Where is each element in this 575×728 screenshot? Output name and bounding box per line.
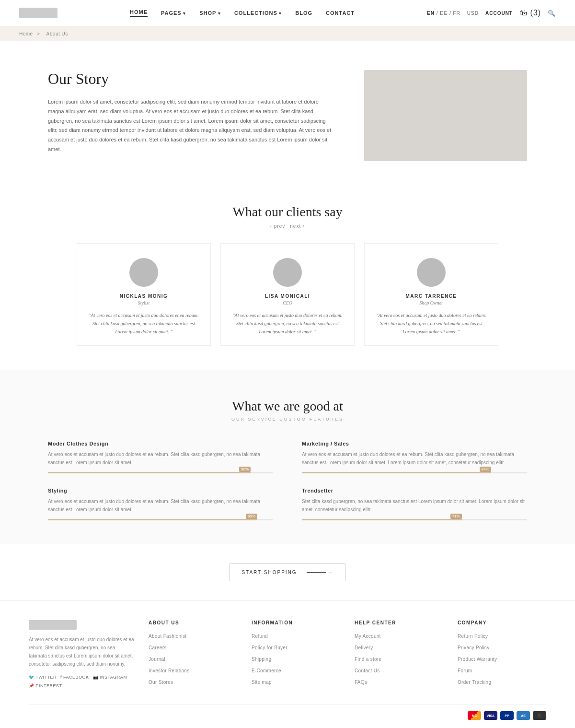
clients-prev[interactable]: ‹ prev [270, 223, 286, 229]
breadcrumb-separator: > [37, 31, 40, 36]
footer-link-info-1[interactable]: Policy for Buyer [252, 645, 288, 650]
footer-social: 🐦 TWITTER f FACEBOOK 📷 INSTAGRAM 📌 PINTE… [29, 675, 134, 688]
footer-col-company-links: Return Policy Privacy Policy Product War… [458, 632, 546, 686]
skill-bar-fill-0 [48, 472, 251, 473]
footer-link-info-4[interactable]: Site map [252, 680, 272, 685]
footer-col-about-links: About Fashionist Careers Journal Investo… [149, 632, 237, 686]
client-role-2: Shop Owner [374, 300, 488, 305]
skills-subtitle: OUR SERVICE CUSTOM FEATURES [48, 417, 527, 422]
footer-brand-text: At vero eos et accusam et justo duo dolo… [29, 635, 134, 668]
payment-paypal: PP [500, 711, 514, 720]
skill-bar-bg-0 [48, 472, 273, 473]
footer-col-about-heading: ABOUT US [149, 620, 237, 625]
client-name-1: LISA MONICALI [230, 294, 345, 299]
footer-link-help-3[interactable]: Contact Us [355, 668, 380, 673]
skill-bar-fill-2 [48, 519, 257, 520]
skill-desc-3: Stet clita kasd gubergren, no sea takima… [302, 497, 527, 514]
social-instagram[interactable]: 📷 INSTAGRAM [93, 675, 127, 680]
footer-link-help-0[interactable]: My Account [355, 634, 381, 639]
footer-col-company-heading: COMPANY [458, 620, 546, 625]
breadcrumb-current: About Us [46, 31, 68, 36]
our-story-body: Lorem ipsum dolor sit amet, consetetur s… [48, 97, 335, 154]
our-story-title: Our Story [48, 70, 335, 88]
footer-col-help: HELP CENTER My Account Delivery Find a s… [355, 620, 443, 690]
breadcrumb-home[interactable]: Home [19, 31, 33, 36]
footer-col-about: ABOUT US About Fashionist Careers Journa… [149, 620, 237, 690]
footer-link-about-3[interactable]: Investor Relations [149, 668, 189, 673]
footer-link-help-2[interactable]: Find a store [355, 657, 381, 662]
our-story-text: Our Story Lorem ipsum dolor sit amet, co… [48, 70, 335, 154]
footer-link-info-0[interactable]: Refund [252, 634, 268, 639]
search-button[interactable]: 🔍 [548, 10, 556, 17]
cart-button[interactable]: 🛍 (3) [519, 9, 541, 17]
client-quote-1: "At vero eos et accusam et justo duo dol… [230, 311, 345, 336]
nav-pages[interactable]: PAGES [161, 10, 186, 16]
skill-bar-fill-1 [302, 472, 491, 473]
nav-home[interactable]: HOME [130, 9, 148, 17]
skill-item-2: Styling At vero eos et accusam et justo … [48, 488, 273, 520]
skills-title: What we are good at [48, 399, 527, 414]
social-facebook[interactable]: f FACEBOOK [60, 675, 89, 680]
client-card-2: MARC TARRENCE Shop Owner "At vero eos et… [364, 243, 498, 346]
footer-link-company-3[interactable]: Forum [458, 668, 472, 673]
client-role-0: Stylist [87, 300, 201, 305]
client-avatar-0 [129, 258, 158, 287]
start-shopping-button[interactable]: START SHOPPING → [230, 564, 345, 581]
language-switcher[interactable]: EN / DE / FR [427, 11, 460, 16]
our-story-image [364, 70, 527, 161]
skill-bar-bg-2 [48, 519, 273, 520]
main-nav: HOME PAGES SHOP COLLECTIONS BLOG CONTACT [130, 9, 355, 17]
skills-section: What we are good at OUR SERVICE CUSTOM F… [0, 370, 575, 544]
footer-link-about-2[interactable]: Journal [149, 657, 165, 662]
cta-label: START SHOPPING [242, 570, 297, 575]
footer-link-help-1[interactable]: Delivery [355, 645, 373, 650]
nav-shop[interactable]: SHOP [199, 10, 221, 16]
social-twitter[interactable]: 🐦 TWITTER [29, 675, 57, 680]
currency-selector[interactable]: USD [467, 11, 479, 16]
skill-item-1: Marketing / Sales At vero eos et accusam… [302, 441, 527, 473]
client-name-2: MARC TARRENCE [374, 294, 488, 299]
client-avatar-2 [417, 258, 446, 287]
skill-item-0: Moder Clothes Design At vero eos et accu… [48, 441, 273, 473]
client-quote-2: "At vero eos et accusam et justo duo dol… [374, 311, 488, 336]
footer-top: At vero eos et accusam et justo duo dolo… [29, 620, 546, 690]
footer-link-company-4[interactable]: Order Tracking [458, 680, 491, 685]
footer-col-info-heading: INFORMATION [252, 620, 340, 625]
main-header: HOME PAGES SHOP COLLECTIONS BLOG CONTACT… [0, 0, 575, 26]
footer-col-help-links: My Account Delivery Find a store Contact… [355, 632, 443, 686]
footer-link-info-3[interactable]: E-Commerce [252, 668, 281, 673]
footer-link-help-4[interactable]: FAQs [355, 680, 367, 685]
cta-section: START SHOPPING → [0, 544, 575, 600]
footer-link-company-0[interactable]: Return Policy [458, 634, 488, 639]
footer-brand: At vero eos et accusam et justo duo dolo… [29, 620, 134, 690]
footer-link-company-1[interactable]: Privacy Policy [458, 645, 489, 650]
footer-link-about-0[interactable]: About Fashionist [149, 634, 186, 639]
cta-arrow-symbol: → [328, 570, 334, 575]
footer-link-info-2[interactable]: Shipping [252, 657, 271, 662]
skill-desc-2: At vero eos et accusam et justo duo dolo… [48, 497, 273, 514]
footer-link-about-4[interactable]: Our Stores [149, 680, 173, 685]
social-pinterest[interactable]: 📌 PINTEREST [29, 683, 62, 688]
footer-bottom: MC VISA PP AE ⬛ [29, 704, 546, 720]
clients-next[interactable]: next › [290, 223, 305, 229]
nav-contact[interactable]: CONTACT [326, 10, 355, 16]
payment-mastercard: MC [468, 711, 481, 720]
footer-link-about-1[interactable]: Careers [149, 645, 167, 650]
client-role-1: CEO [230, 300, 345, 305]
skill-desc-0: At vero eos et accusam et justo duo dolo… [48, 450, 273, 467]
header-right: EN / DE / FR USD ACCOUNT 🛍 (3) 🔍 [427, 9, 556, 17]
nav-blog[interactable]: BLOG [295, 10, 312, 16]
brand-logo [19, 8, 58, 18]
client-avatar-1 [273, 258, 302, 287]
clients-navigation: ‹ prev next › [38, 223, 537, 229]
footer-logo [29, 620, 77, 630]
account-link[interactable]: ACCOUNT [485, 11, 513, 16]
payment-apple: ⬛ [533, 711, 546, 720]
skill-desc-1: At vero eos et accusam et justo duo dolo… [302, 450, 527, 467]
payment-amex: AE [517, 711, 530, 720]
skill-bar-bg-1 [302, 472, 527, 473]
skills-grid: Moder Clothes Design At vero eos et accu… [48, 441, 527, 520]
footer-link-company-2[interactable]: Product Warranty [458, 657, 497, 662]
footer-col-company: COMPANY Return Policy Privacy Policy Pro… [458, 620, 546, 690]
nav-collections[interactable]: COLLECTIONS [234, 10, 282, 16]
